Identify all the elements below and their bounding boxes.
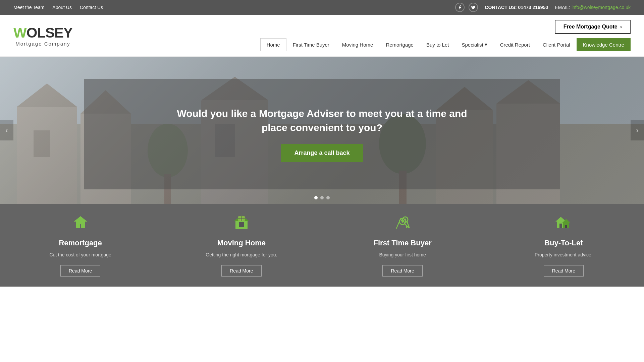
first-time-buyer-title: First Time Buyer [374, 239, 432, 247]
hero-next-button[interactable]: › [631, 120, 644, 140]
remortgage-read-more[interactable]: Read More [60, 265, 100, 277]
social-icons [455, 3, 478, 12]
remortgage-icon [72, 214, 89, 233]
logo-w: W [13, 25, 26, 41]
hero-dot-1[interactable] [314, 196, 318, 199]
logo-subtitle: Mortgage Company [13, 41, 72, 47]
card-first-time-buyer: First Time Buyer Buying your first home … [322, 204, 483, 287]
cards-section: Remortgage Cut the cost of your mortgage… [0, 204, 644, 287]
nav-knowledge-centre[interactable]: Knowledge Centre [577, 38, 631, 51]
hero-section: Would you like a Mortgage Adviser to mee… [0, 57, 644, 204]
moving-home-read-more[interactable]: Read More [221, 265, 261, 277]
chevron-right-icon: › [636, 126, 638, 135]
nav-credit-report[interactable]: Credit Report [494, 38, 536, 51]
chevron-down-icon: ▾ [485, 42, 487, 48]
buy-to-let-title: Buy-To-Let [544, 239, 583, 247]
top-nav: Meet the Team About Us Contact Us [13, 5, 103, 10]
chevron-left-icon: ‹ [5, 126, 8, 135]
arrow-icon: › [620, 24, 622, 30]
card-buy-to-let: Buy-To-Let Property investment advice. R… [483, 204, 644, 287]
first-time-buyer-desc: Buying your first home [379, 251, 426, 258]
card-moving-home: Moving Home Getting the right mortgage f… [161, 204, 322, 287]
nav-buy-to-let[interactable]: Buy to Let [420, 38, 455, 51]
nav-moving-home[interactable]: Moving Home [336, 38, 380, 51]
svg-rect-33 [565, 225, 567, 228]
about-us-link[interactable]: About Us [52, 5, 72, 10]
nav-client-portal[interactable]: Client Portal [536, 38, 577, 51]
logo-text: WOLSEY [13, 25, 72, 41]
buy-to-let-icon [555, 214, 572, 233]
nav-specialist[interactable]: Specialist ▾ [455, 38, 493, 51]
header-right: Free Mortgage Quote › Home First Time Bu… [260, 20, 631, 51]
moving-home-icon [233, 214, 250, 233]
moving-home-desc: Getting the right mortgage for you. [206, 251, 277, 258]
buy-to-let-desc: Property investment advice. [535, 251, 593, 258]
remortgage-desc: Cut the cost of your mortgage [49, 251, 111, 258]
nav-first-time-buyer[interactable]: First Time Buyer [286, 38, 336, 51]
moving-home-title: Moving Home [217, 239, 266, 247]
svg-rect-32 [559, 224, 562, 228]
remortgage-title: Remortgage [59, 239, 102, 247]
first-time-buyer-icon [394, 214, 411, 233]
meet-team-link[interactable]: Meet the Team [13, 5, 44, 10]
hero-overlay: Would you like a Mortgage Adviser to mee… [84, 79, 560, 189]
contact-us-link[interactable]: Contact Us [80, 5, 103, 10]
top-contact: CONTACT US: 01473 216950 EMAIL: info@wol… [455, 3, 631, 12]
email-link[interactable]: info@wolseymortgage.co.uk [572, 5, 631, 10]
top-bar: Meet the Team About Us Contact Us CONTAC… [0, 0, 644, 15]
main-nav: Home First Time Buyer Moving Home Remort… [260, 38, 631, 51]
facebook-icon[interactable] [455, 3, 465, 12]
hero-dot-3[interactable] [326, 196, 330, 199]
hero-dot-2[interactable] [320, 196, 324, 199]
logo-rest: OLSEY [26, 25, 72, 41]
hero-prev-button[interactable]: ‹ [0, 120, 13, 140]
hero-heading: Would you like a Mortgage Adviser to mee… [177, 107, 467, 135]
svg-rect-20 [239, 222, 244, 227]
arrange-callback-button[interactable]: Arrange a call back [281, 144, 363, 162]
logo: WOLSEY Mortgage Company [13, 25, 72, 47]
header: WOLSEY Mortgage Company Free Mortgage Qu… [0, 15, 644, 57]
nav-remortgage[interactable]: Remortgage [379, 38, 420, 51]
twitter-icon[interactable] [469, 3, 478, 12]
buy-to-let-read-more[interactable]: Read More [544, 265, 584, 277]
nav-home[interactable]: Home [260, 38, 286, 51]
contact-email: EMAIL: info@wolseymortgage.co.uk [555, 5, 631, 10]
free-quote-button[interactable]: Free Mortgage Quote › [555, 20, 631, 34]
svg-rect-4 [34, 130, 50, 157]
hero-dots [314, 196, 330, 199]
contact-phone: CONTACT US: 01473 216950 [485, 5, 548, 10]
first-time-buyer-read-more[interactable]: Read More [382, 265, 422, 277]
card-remortgage: Remortgage Cut the cost of your mortgage… [0, 204, 161, 287]
